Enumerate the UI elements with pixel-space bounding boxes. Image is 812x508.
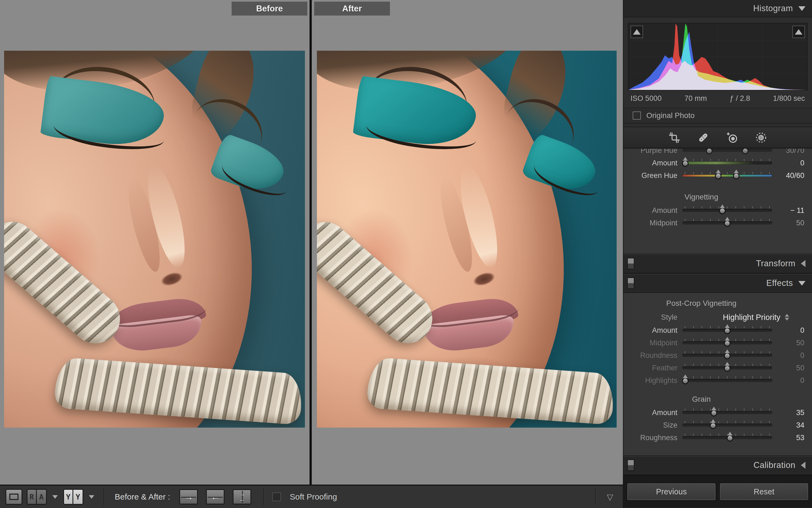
effects-panel-body: Post-Crop Vignetting Style Highlight Pri… bbox=[624, 293, 812, 455]
reference-view-button[interactable]: RA bbox=[27, 489, 47, 505]
purple-hue-track[interactable] bbox=[682, 149, 772, 152]
aperture-value: ƒ / 2.8 bbox=[730, 94, 750, 103]
swap-arrows-icon: →← bbox=[239, 492, 245, 502]
defringe-amount-track[interactable] bbox=[682, 161, 772, 165]
highlight-clipping-indicator[interactable] bbox=[793, 26, 805, 38]
panel-toggle-switch[interactable] bbox=[627, 278, 634, 289]
panel-collapsed-arrow-icon[interactable] bbox=[801, 462, 806, 469]
loupe-icon bbox=[9, 494, 18, 500]
pcv-highlights-slider-row: Highlights 0 bbox=[624, 374, 812, 387]
transform-panel-header[interactable]: Transform bbox=[624, 254, 812, 273]
arrow-right-icon: → bbox=[184, 492, 193, 502]
slider-handle[interactable] bbox=[724, 340, 730, 347]
crop-overlay-tool-button[interactable] bbox=[667, 130, 682, 145]
panel-expanded-arrow-icon[interactable] bbox=[798, 6, 806, 11]
histogram-title: Histogram bbox=[753, 4, 793, 13]
copy-after-to-before-button[interactable]: ← bbox=[206, 489, 225, 504]
exif-info-row: ISO 5000 70 mm ƒ / 2.8 1/800 sec bbox=[628, 90, 808, 105]
develop-footer: Previous Reset bbox=[624, 475, 812, 508]
slider-label: Midpoint bbox=[634, 339, 682, 347]
slider-handle[interactable] bbox=[724, 365, 730, 372]
before-photo[interactable] bbox=[4, 51, 305, 428]
soft-proofing-checkbox[interactable] bbox=[272, 493, 281, 501]
loupe-view-button[interactable] bbox=[5, 489, 22, 505]
copy-before-to-after-button[interactable]: → bbox=[179, 489, 198, 504]
healing-brush-tool-button[interactable] bbox=[696, 130, 711, 145]
triangle-icon bbox=[633, 29, 641, 35]
panel-collapsed-arrow-icon[interactable] bbox=[801, 260, 806, 267]
toolbar-right-group: ▽ bbox=[591, 489, 618, 505]
vignetting-midpoint-slider-row: Midpoint 50 bbox=[624, 217, 812, 229]
grain-roughness-track[interactable] bbox=[682, 436, 772, 439]
pcv-highlights-track[interactable] bbox=[682, 379, 772, 382]
reset-button[interactable]: Reset bbox=[720, 483, 808, 500]
slider-label: Highlights bbox=[634, 376, 682, 385]
slider-value: 53 bbox=[772, 434, 804, 442]
vignetting-amount-slider-row: Amount − 11 bbox=[624, 204, 812, 217]
slider-handle[interactable] bbox=[719, 208, 726, 214]
slider-handle[interactable] bbox=[706, 149, 713, 154]
slider-handle[interactable] bbox=[682, 378, 688, 384]
slider-handle[interactable] bbox=[711, 410, 717, 416]
slider-label: Amount bbox=[634, 159, 682, 167]
panel-toggle-switch[interactable] bbox=[627, 460, 634, 471]
slider-value: 35 bbox=[772, 409, 804, 417]
swap-before-after-button[interactable]: →← bbox=[233, 489, 251, 504]
after-photo[interactable] bbox=[317, 51, 617, 428]
vignetting-amount-track[interactable] bbox=[682, 209, 772, 212]
histogram[interactable] bbox=[628, 23, 808, 90]
masking-tool-button[interactable] bbox=[754, 130, 768, 145]
panel-expanded-arrow-icon[interactable] bbox=[798, 281, 806, 286]
slider-value: 50 bbox=[772, 364, 804, 372]
slider-handle[interactable] bbox=[733, 173, 739, 179]
before-after-view-button[interactable]: YY bbox=[63, 489, 83, 505]
transform-title: Transform bbox=[756, 259, 796, 268]
pcv-amount-slider-row: Amount 0 bbox=[624, 324, 812, 337]
slider-handle[interactable] bbox=[727, 435, 733, 441]
toolbar-options-chevron[interactable]: ▽ bbox=[607, 492, 613, 502]
slider-handle[interactable] bbox=[724, 328, 730, 334]
pcv-amount-track[interactable] bbox=[682, 329, 772, 332]
slider-value: 40/60 bbox=[772, 171, 804, 180]
soft-proofing-label: Soft Proofing bbox=[290, 492, 337, 502]
slider-value: 0 bbox=[772, 326, 804, 335]
develop-right-panel: Histogram ISO 5000 70 mm bbox=[623, 0, 812, 508]
grain-section-title: Grain bbox=[624, 387, 812, 406]
previous-button[interactable]: Previous bbox=[627, 483, 716, 500]
chevron-down-icon[interactable] bbox=[89, 495, 94, 499]
pcv-feather-slider-row: Feather 50 bbox=[624, 362, 812, 374]
red-eye-icon bbox=[726, 131, 738, 144]
slider-handle[interactable] bbox=[724, 220, 730, 227]
slider-label: Feather bbox=[634, 364, 682, 372]
pcv-roundness-track[interactable] bbox=[682, 354, 772, 357]
slider-handle[interactable] bbox=[742, 149, 749, 154]
pcv-feather-track[interactable] bbox=[682, 366, 772, 370]
histogram-header[interactable]: Histogram bbox=[624, 0, 812, 17]
pane-divider[interactable] bbox=[310, 0, 312, 484]
grain-size-track[interactable] bbox=[682, 424, 772, 427]
slider-handle[interactable] bbox=[682, 160, 688, 167]
style-value: Highlight Priority bbox=[723, 313, 780, 322]
green-hue-track[interactable] bbox=[682, 174, 772, 177]
vignetting-midpoint-track[interactable] bbox=[682, 221, 772, 224]
red-eye-correction-tool-button[interactable] bbox=[725, 130, 739, 145]
grain-roughness-slider-row: Roughness 53 bbox=[624, 431, 812, 444]
grain-amount-track[interactable] bbox=[682, 411, 772, 414]
pcv-roundness-slider-row: Roundness 0 bbox=[624, 349, 812, 362]
slider-handle[interactable] bbox=[715, 173, 722, 179]
before-after-left-label: Y bbox=[64, 490, 73, 504]
shadow-clipping-indicator[interactable] bbox=[631, 26, 643, 38]
effects-title: Effects bbox=[766, 278, 793, 288]
compare-view: Before bbox=[0, 0, 623, 484]
pcv-midpoint-track[interactable] bbox=[682, 341, 772, 344]
original-photo-checkbox[interactable] bbox=[633, 112, 641, 120]
calibration-panel-header[interactable]: Calibration bbox=[624, 455, 812, 475]
bottom-toolbar: RA YY Before & After : → ← →← Soft Proof… bbox=[0, 484, 623, 508]
slider-handle[interactable] bbox=[710, 422, 716, 429]
style-dropdown[interactable]: Highlight Priority bbox=[682, 313, 804, 322]
dropdown-arrows-icon bbox=[785, 314, 789, 321]
panel-toggle-switch[interactable] bbox=[627, 258, 634, 269]
effects-panel-header[interactable]: Effects bbox=[624, 273, 812, 293]
chevron-down-icon[interactable] bbox=[52, 495, 58, 499]
slider-handle[interactable] bbox=[724, 353, 730, 359]
